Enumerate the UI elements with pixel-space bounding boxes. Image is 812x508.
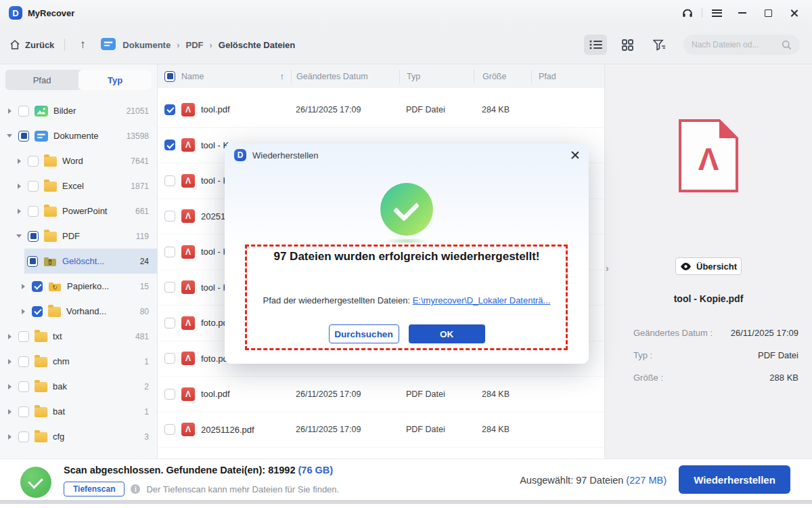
sidebar-item-geloescht[interactable]: Gelöscht... 24 [0, 249, 157, 274]
sidebar-item-vorhanden[interactable]: Vorhand... 80 [0, 299, 157, 324]
table-row[interactable]: tool.pdf 26/11/2025 17:09 PDF Datei 284 … [158, 377, 604, 412]
breadcrumb-item-pdf[interactable]: PDF [185, 40, 203, 50]
search-input[interactable] [692, 40, 782, 49]
checkbox[interactable] [18, 431, 29, 442]
sidebar-item-txt[interactable]: txt 481 [0, 324, 157, 349]
row-checkbox[interactable] [164, 211, 175, 221]
recover-button[interactable]: Wiederherstellen [679, 465, 790, 494]
expand-arrow-icon[interactable] [15, 184, 23, 189]
grid-view-button[interactable] [616, 35, 639, 55]
detail-row-date: Geändertes Datum : 26/11/2025 17:09 [605, 322, 812, 344]
maximize-button[interactable] [755, 3, 781, 23]
checkbox[interactable] [32, 281, 43, 292]
sidebar-item-cfg[interactable]: cfg 3 [0, 424, 157, 449]
support-button[interactable] [675, 3, 700, 23]
select-all-checkbox[interactable] [164, 71, 175, 82]
window-bottom-edge [0, 500, 812, 504]
tab-typ[interactable]: Typ [78, 70, 152, 90]
filter-button[interactable] [648, 35, 671, 55]
tab-pfad[interactable]: Pfad [5, 70, 78, 90]
grid-view-icon [622, 39, 633, 51]
column-header-date[interactable]: Geändertes Datum [291, 70, 399, 83]
pdf-file-icon [181, 280, 195, 294]
expand-arrow-icon[interactable] [5, 108, 14, 114]
overview-button[interactable]: Übersicht [675, 257, 742, 275]
expand-arrow-icon[interactable] [5, 384, 14, 389]
menu-button[interactable] [704, 3, 729, 23]
expand-arrow-icon[interactable] [5, 334, 14, 339]
sidebar-item-bilder[interactable]: Bilder 21051 [0, 98, 157, 123]
table-row[interactable]: tool.pdf 26/11/2025 17:09 PDF Datei 284 … [158, 92, 604, 128]
row-checkbox[interactable] [164, 104, 175, 115]
row-checkbox[interactable] [164, 424, 175, 435]
checkbox[interactable] [28, 181, 39, 192]
checkbox[interactable] [28, 231, 39, 242]
sidebar-item-bak[interactable]: bak 2 [0, 374, 157, 399]
toolbar-divider [64, 39, 65, 51]
expand-arrow-icon[interactable] [15, 158, 23, 164]
browse-button[interactable]: Durchsuchen [329, 324, 399, 343]
row-checkbox[interactable] [164, 318, 175, 329]
folder-icon [44, 155, 57, 167]
folder-icon [35, 431, 47, 442]
expand-arrow-icon[interactable] [5, 359, 14, 364]
minimize-button[interactable] [729, 3, 755, 23]
sidebar-item-dokumente[interactable]: Dokumente 13598 [0, 123, 157, 148]
maximize-icon [765, 9, 772, 17]
folder-icon [35, 356, 47, 367]
collapse-arrow-icon[interactable] [15, 234, 23, 238]
sidebar-item-powerpoint[interactable]: PowerPoint 661 [0, 198, 157, 224]
sidebar-item-chm[interactable]: chm 1 [0, 349, 157, 374]
column-header-path[interactable]: Pfad [531, 70, 604, 83]
chevron-right-icon [177, 40, 179, 50]
column-header-size[interactable]: Größe [474, 70, 531, 83]
expand-arrow-icon[interactable] [19, 284, 27, 289]
row-checkbox[interactable] [164, 389, 175, 400]
restore-result-dialog: Wiederherstellen 97 Dateien wurden erfol… [225, 144, 589, 364]
sidebar-item-pdf[interactable]: PDF 119 [0, 224, 157, 249]
row-checkbox[interactable] [164, 140, 175, 150]
ok-button[interactable]: OK [409, 324, 485, 343]
expand-arrow-icon[interactable] [5, 409, 14, 415]
panel-collapse-handle[interactable] [606, 263, 609, 274]
collapse-arrow-icon[interactable] [5, 134, 14, 137]
column-header-type[interactable]: Typ [399, 70, 474, 83]
sort-ascending-icon[interactable] [280, 71, 285, 81]
checkbox[interactable] [18, 331, 29, 342]
list-view-button[interactable] [584, 35, 607, 55]
sidebar-item-papierkorb[interactable]: ↻ Papierko... 15 [0, 274, 157, 299]
row-checkbox[interactable] [164, 353, 175, 364]
sidebar-item-word[interactable]: Word 7641 [0, 148, 157, 173]
checkbox[interactable] [28, 206, 39, 217]
breadcrumb-item-dokumente[interactable]: Dokumente [122, 40, 171, 50]
checkbox[interactable] [18, 406, 29, 417]
folder-icon [48, 305, 61, 317]
headphones-icon [681, 7, 694, 19]
column-header-name[interactable]: Name [158, 70, 291, 83]
breadcrumb-item-geloeschte-dateien[interactable]: Gelöschte Dateien [219, 40, 295, 50]
close-button[interactable] [781, 3, 807, 23]
back-home-button[interactable]: Zurück [9, 39, 54, 50]
table-row[interactable]: 20251126.pdf 26/11/2025 17:09 PDF Datei … [158, 412, 604, 448]
checkbox[interactable] [18, 106, 29, 117]
expand-arrow-icon[interactable] [15, 209, 23, 214]
up-level-button[interactable] [75, 38, 90, 51]
dialog-close-icon[interactable] [570, 150, 579, 160]
row-checkbox[interactable] [164, 247, 175, 257]
folder-icon [44, 230, 57, 242]
row-checkbox[interactable] [164, 282, 175, 293]
recovered-path-link[interactable]: E:\myrecover\D_Lokaler Datenträ... [413, 295, 551, 305]
row-checkbox[interactable] [164, 175, 175, 186]
dialog-header: Wiederherstellen [225, 144, 589, 167]
checkbox[interactable] [18, 381, 29, 392]
sidebar-item-excel[interactable]: Excel 1871 [0, 173, 157, 198]
expand-arrow-icon[interactable] [5, 434, 14, 440]
checkbox[interactable] [28, 156, 39, 167]
deep-scan-button[interactable]: Tiefenscan [64, 482, 125, 496]
expand-arrow-icon[interactable] [19, 309, 27, 314]
sidebar-item-bat[interactable]: bat 1 [0, 399, 157, 424]
checkbox[interactable] [27, 256, 38, 267]
checkbox[interactable] [18, 356, 29, 367]
checkbox[interactable] [18, 131, 29, 142]
checkbox[interactable] [32, 306, 43, 317]
